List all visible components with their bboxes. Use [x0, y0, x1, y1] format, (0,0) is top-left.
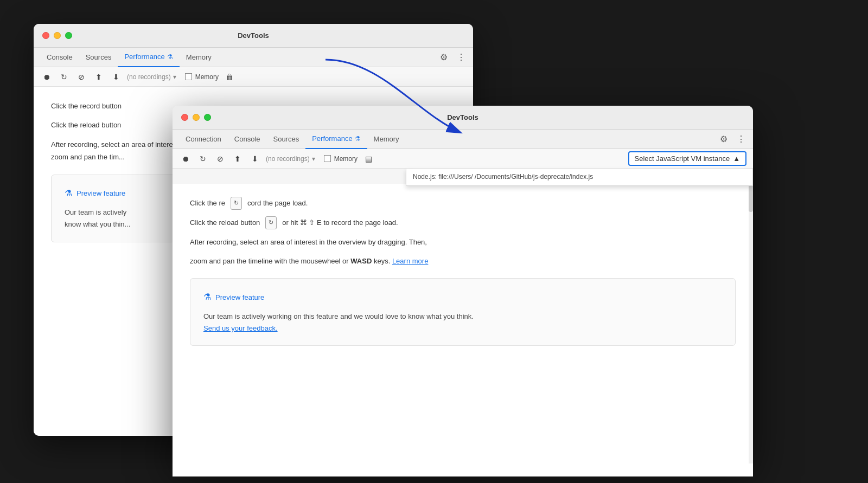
front-preview-flask-icon: ⚗ [203, 289, 211, 305]
back-tab-console[interactable]: Console [40, 48, 79, 67]
front-preview-text: Our team is actively working on this fea… [203, 311, 722, 334]
record-btn-back[interactable]: ⏺ [40, 70, 53, 83]
vm-select-button[interactable]: Select JavaScript VM instance ▲ [628, 151, 746, 166]
back-tab-actions: ⚙ ⋮ [438, 52, 467, 63]
download-btn-front[interactable]: ⬇ [248, 152, 261, 165]
back-titlebar: DevTools [34, 24, 473, 48]
performance-flask-icon-front: ⚗ [355, 135, 361, 143]
front-content: Click the re ↻ cord the page load. Click… [173, 184, 753, 476]
front-tabs-bar: Connection Console Sources Performance ⚗… [173, 130, 753, 149]
minimize-button-front[interactable] [193, 114, 200, 121]
front-titlebar: DevTools [173, 106, 753, 130]
recordings-select-front[interactable]: (no recordings) ▾ [266, 155, 315, 163]
traffic-lights-front [181, 114, 211, 121]
front-tab-console[interactable]: Console [228, 130, 267, 149]
traffic-lights-back [42, 32, 72, 39]
front-tab-memory[interactable]: Memory [367, 130, 406, 149]
front-tab-actions: ⚙ ⋮ [718, 134, 746, 145]
feedback-link[interactable]: Send us your feedback. [203, 324, 278, 332]
front-toolbar: ⏺ ↻ ⊘ ⬆ ⬇ (no recordings) ▾ Memory ▤ Sel… [173, 149, 753, 169]
recordings-select-back[interactable]: (no recordings) ▾ [127, 73, 176, 81]
front-instruction-2: Click the reload button ↻ or hit ⌘ ⇧ E t… [190, 216, 736, 229]
performance-flask-icon-back: ⚗ [167, 53, 173, 61]
vm-dropdown-item-nodejs[interactable]: Node.js: file:///Users/ /Documents/GitHu… [406, 169, 752, 185]
back-tab-memory[interactable]: Memory [180, 48, 218, 67]
maximize-button-front[interactable] [204, 114, 211, 121]
front-window-title: DevTools [447, 113, 478, 121]
back-tab-performance[interactable]: Performance ⚗ [118, 48, 179, 67]
back-window-title: DevTools [238, 31, 269, 40]
back-preview-flask-icon: ⚗ [65, 186, 72, 202]
front-instruction-3: After recording, select an area of inter… [190, 236, 736, 248]
front-scrollbar[interactable] [749, 169, 753, 463]
back-more-icon[interactable]: ⋮ [456, 52, 467, 63]
front-window: DevTools Connection Console Sources Perf… [173, 106, 753, 463]
record-btn-front[interactable]: ⏺ [179, 152, 192, 165]
download-btn-back[interactable]: ⬇ [110, 70, 123, 83]
front-preview-box: ⚗ Preview feature Our team is actively w… [190, 278, 736, 346]
vm-dropdown-list: Node.js: file:///Users/ /Documents/GitHu… [406, 169, 753, 186]
back-settings-icon[interactable]: ⚙ [438, 52, 449, 63]
minimize-button-back[interactable] [54, 32, 61, 39]
upload-btn-back[interactable]: ⬆ [92, 70, 105, 83]
back-tab-sources[interactable]: Sources [79, 48, 118, 67]
delete-btn-back[interactable]: 🗑 [223, 70, 236, 83]
back-tabs-bar: Console Sources Performance ⚗ Memory ⚙ ⋮ [34, 48, 473, 67]
front-tab-performance[interactable]: Performance ⚗ [305, 130, 367, 149]
back-toolbar: ⏺ ↻ ⊘ ⬆ ⬇ (no recordings) ▾ Memory 🗑 [34, 67, 473, 87]
learn-more-link[interactable]: Learn more [392, 257, 428, 265]
front-settings-icon[interactable]: ⚙ [718, 134, 729, 145]
reload-kbd: ↻ [231, 197, 242, 210]
front-tab-connection[interactable]: Connection [179, 130, 228, 149]
memory-check-front[interactable] [324, 155, 331, 162]
stop-btn-front[interactable]: ⊘ [214, 152, 227, 165]
stop-btn-back[interactable]: ⊘ [75, 70, 88, 83]
reload-btn-back[interactable]: ↻ [58, 70, 71, 83]
front-instruction-4: zoom and pan the timeline with the mouse… [190, 255, 736, 267]
memory-checkbox-front[interactable]: Memory [324, 155, 358, 163]
front-preview-title: ⚗ Preview feature [203, 289, 722, 305]
reload-icon-kbd: ↻ [265, 216, 277, 229]
front-more-icon[interactable]: ⋮ [736, 134, 746, 145]
front-instruction-1: Click the re ↻ cord the page load. [190, 197, 736, 210]
memory-check-back[interactable] [185, 73, 192, 80]
front-tab-sources[interactable]: Sources [266, 130, 305, 149]
upload-btn-front[interactable]: ⬆ [231, 152, 244, 165]
close-button-back[interactable] [42, 32, 49, 39]
maximize-button-back[interactable] [65, 32, 72, 39]
close-button-front[interactable] [181, 114, 188, 121]
vm-select-chevron-icon: ▲ [733, 154, 740, 163]
cpu-btn-front[interactable]: ▤ [362, 152, 375, 165]
memory-checkbox-back[interactable]: Memory [185, 73, 219, 81]
reload-btn-front[interactable]: ↻ [196, 152, 209, 165]
vm-select-container: Select JavaScript VM instance ▲ [628, 151, 746, 166]
